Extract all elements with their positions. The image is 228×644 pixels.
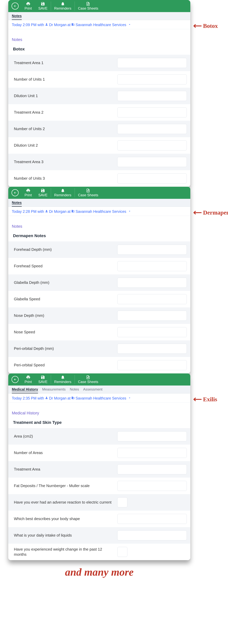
text-input[interactable]	[117, 261, 187, 271]
appointment-location: Savannah Healthcare Services	[75, 396, 126, 400]
back-button[interactable]	[12, 189, 19, 196]
reminders-button[interactable]: Reminders	[51, 187, 75, 199]
tab-notes[interactable]: Notes	[70, 387, 79, 393]
form-row: Glabella Depth (mm)	[8, 274, 190, 291]
field-label: Dilution Unit 1	[14, 93, 117, 98]
text-input[interactable]	[117, 311, 187, 321]
text-input[interactable]	[117, 327, 187, 337]
appointment-location: Savannah Healthcare Services	[75, 210, 126, 214]
appointment-selector[interactable]: Today 2:09 PM with Dr Morgan at Savannah…	[8, 20, 190, 29]
field-label: Peri-orbital Speed	[14, 362, 117, 368]
tab-notes[interactable]: Notes	[12, 200, 22, 206]
reminders-button[interactable]: Reminders	[51, 374, 75, 386]
text-input[interactable]	[117, 124, 187, 134]
save-button[interactable]: SAVE	[35, 374, 51, 386]
field-label: Treatment Area	[14, 467, 117, 472]
panel-wrap: Print SAVE Reminders Case Sheets Notes T…	[8, 187, 228, 374]
text-input[interactable]	[117, 448, 187, 458]
panel: Print SAVE Reminders Case Sheets Notes T…	[8, 187, 190, 374]
field-wrap	[117, 497, 187, 508]
text-input[interactable]	[117, 294, 187, 304]
form-row: Dilution Unit 1	[8, 88, 190, 104]
text-input[interactable]	[117, 481, 187, 491]
appointment-selector[interactable]: Today 2:28 PM with Dr Morgan at Savannah…	[8, 207, 190, 216]
text-input[interactable]	[117, 514, 187, 524]
text-input[interactable]	[117, 464, 187, 474]
field-label: Glabella Depth (mm)	[14, 280, 117, 285]
tab-medical-history[interactable]: Medical History	[12, 387, 38, 393]
tab-notes[interactable]: Notes	[12, 14, 22, 20]
field-label: Peri-orbital Depth (mm)	[14, 346, 117, 351]
text-input[interactable]	[117, 245, 187, 255]
field-wrap	[117, 464, 187, 474]
appointment-at: at	[67, 210, 70, 214]
text-input[interactable]	[117, 91, 187, 101]
field-wrap	[117, 431, 187, 441]
chevron-down-icon	[127, 210, 131, 214]
appointment-time: Today 2:35 PM with	[12, 396, 44, 400]
text-input[interactable]	[117, 140, 187, 150]
person-icon	[45, 210, 48, 214]
text-input[interactable]	[117, 431, 187, 441]
field-label: Forehead Depth (mm)	[14, 247, 117, 252]
text-input[interactable]	[117, 530, 187, 540]
field-label: Number of Units 2	[14, 126, 117, 132]
text-input[interactable]	[117, 278, 187, 288]
form-row: Glabella Speed	[8, 291, 190, 308]
text-input[interactable]	[117, 174, 187, 184]
form-row: Treatment Area 2	[8, 104, 190, 121]
field-label: Number of Units 1	[14, 77, 117, 82]
form-row: Number of Units 2	[8, 121, 190, 137]
text-input[interactable]	[117, 360, 187, 370]
tabs-bar: Notes	[8, 199, 190, 207]
tab-assessment[interactable]: Assessment	[83, 387, 102, 393]
reminders-label: Reminders	[54, 193, 71, 197]
text-input[interactable]	[117, 58, 187, 68]
group-title: Treatment and Skin Type	[8, 419, 190, 428]
reminders-button[interactable]: Reminders	[51, 0, 75, 12]
print-button[interactable]: Print	[21, 374, 35, 386]
field-label: Dilution Unit 2	[14, 143, 117, 148]
panel-wrap: Print SAVE Reminders Case Sheets Notes T…	[8, 0, 228, 187]
tab-measurements[interactable]: Measurements	[42, 387, 66, 393]
appointment-time: Today 2:28 PM with	[12, 210, 44, 214]
print-label: Print	[25, 6, 32, 10]
field-wrap	[117, 58, 187, 68]
save-label: SAVE	[38, 193, 47, 197]
save-button[interactable]: SAVE	[35, 187, 51, 199]
text-input[interactable]	[117, 157, 187, 167]
save-button[interactable]: SAVE	[35, 0, 51, 12]
back-button[interactable]	[12, 376, 19, 383]
field-wrap	[117, 327, 187, 337]
group-title: Dermapen Notes	[8, 232, 190, 242]
case-sheets-label: Case Sheets	[78, 6, 98, 10]
case-sheets-label: Case Sheets	[78, 380, 98, 384]
panel: Print SAVE Reminders Case Sheets Notes T…	[8, 0, 190, 187]
back-button[interactable]	[12, 2, 19, 10]
field-label: Nose Depth (mm)	[14, 313, 117, 318]
field-wrap	[117, 481, 187, 491]
checkbox-input[interactable]	[117, 547, 127, 557]
person-icon	[45, 23, 48, 27]
form-row: Nose Speed	[8, 324, 190, 340]
text-input[interactable]	[117, 344, 187, 354]
field-label: Number of Units 3	[14, 176, 117, 181]
text-input[interactable]	[117, 74, 187, 84]
form-row: Number of Units 3	[8, 170, 190, 187]
group-title: Botox	[8, 45, 190, 55]
print-button[interactable]: Print	[21, 0, 35, 12]
field-wrap	[117, 311, 187, 321]
print-button[interactable]: Print	[21, 187, 35, 199]
building-icon	[71, 23, 75, 27]
print-label: Print	[25, 193, 32, 197]
annotation-label: Exilis	[192, 396, 217, 403]
field-wrap	[117, 360, 187, 370]
toolbar: Print SAVE Reminders Case Sheets	[8, 374, 190, 386]
case-sheets-button[interactable]: Case Sheets	[75, 374, 101, 386]
text-input[interactable]	[117, 108, 187, 118]
form-row: Number of Units 1	[8, 71, 190, 88]
checkbox-input[interactable]	[117, 497, 127, 508]
case-sheets-button[interactable]: Case Sheets	[75, 0, 101, 12]
appointment-selector[interactable]: Today 2:35 PM with Dr Morgan at Savannah…	[8, 394, 190, 402]
case-sheets-button[interactable]: Case Sheets	[75, 187, 101, 199]
